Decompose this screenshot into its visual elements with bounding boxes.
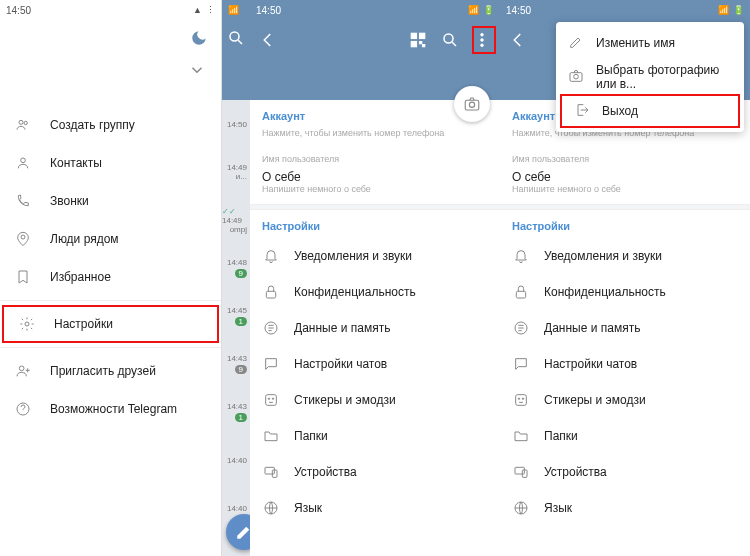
folder-icon	[262, 428, 280, 444]
svg-point-31	[574, 74, 579, 79]
bell-icon	[262, 248, 280, 264]
chevron-down-icon[interactable]	[187, 60, 207, 80]
setting-stickers[interactable]: Стикеры и эмодзи	[500, 382, 750, 418]
svg-point-4	[25, 322, 29, 326]
chat-icon	[512, 356, 530, 372]
compose-fab[interactable]	[226, 514, 250, 550]
drawer-label: Настройки	[54, 317, 113, 331]
drawer-settings[interactable]: Настройки	[2, 305, 219, 343]
svg-rect-32	[516, 291, 525, 298]
status-bar-bg: 📶	[222, 0, 250, 20]
drawer-label: Контакты	[50, 156, 102, 170]
svg-rect-8	[411, 33, 416, 38]
people-nearby-icon	[14, 231, 32, 247]
bookmark-icon	[14, 269, 32, 285]
drawer-label: Создать группу	[50, 118, 135, 132]
setting-data[interactable]: Данные и память	[250, 310, 500, 346]
drawer-saved[interactable]: Избранное	[0, 258, 221, 296]
svg-point-35	[518, 398, 519, 399]
svg-rect-9	[420, 33, 425, 38]
drawer-invite[interactable]: Пригласить друзей	[0, 352, 221, 390]
svg-rect-22	[265, 467, 274, 474]
status-time: 14:50	[6, 5, 31, 16]
setting-folders[interactable]: Папки	[250, 418, 500, 454]
svg-point-20	[268, 398, 269, 399]
setting-notifications[interactable]: Уведомления и звуки	[500, 238, 750, 274]
svg-point-16	[469, 102, 474, 107]
username-label[interactable]: Имя пользователя	[500, 148, 750, 166]
qr-icon[interactable]	[408, 30, 428, 50]
svg-point-0	[19, 120, 23, 124]
about-label[interactable]: О себе	[250, 166, 500, 184]
night-mode-icon[interactable]	[189, 28, 209, 48]
user-icon	[14, 155, 32, 171]
drawer-label: Пригласить друзей	[50, 364, 156, 378]
svg-point-36	[522, 398, 523, 399]
data-icon	[512, 320, 530, 336]
status-bar: 14:50 ▲⋮	[0, 0, 221, 20]
group-icon	[14, 117, 32, 133]
setting-devices[interactable]: Устройства	[250, 454, 500, 490]
device-icon	[262, 464, 280, 480]
highlight-box	[472, 26, 496, 54]
phone-hint[interactable]: Нажмите, чтобы изменить номер телефона	[250, 128, 500, 148]
edit-icon	[568, 34, 584, 53]
setting-stickers[interactable]: Стикеры и эмодзи	[250, 382, 500, 418]
lock-icon	[512, 284, 530, 300]
setting-privacy[interactable]: Конфиденциальность	[500, 274, 750, 310]
svg-rect-37	[515, 467, 524, 474]
setting-language[interactable]: Язык	[500, 490, 750, 526]
drawer-create-group[interactable]: Создать группу	[0, 106, 221, 144]
camera-fab[interactable]	[454, 86, 490, 122]
chat-icon	[262, 356, 280, 372]
menu-choose-photo[interactable]: Выбрать фотографию или в...	[556, 60, 744, 94]
svg-rect-19	[266, 395, 277, 406]
drawer-nearby[interactable]: Люди рядом	[0, 220, 221, 258]
setting-privacy[interactable]: Конфиденциальность	[250, 274, 500, 310]
username-label[interactable]: Имя пользователя	[250, 148, 500, 166]
drawer-features[interactable]: Возможности Telegram	[0, 390, 221, 428]
back-icon[interactable]	[258, 30, 278, 50]
globe-icon	[512, 500, 530, 516]
drawer-contacts[interactable]: Контакты	[0, 144, 221, 182]
setting-data[interactable]: Данные и память	[500, 310, 750, 346]
camera-icon	[568, 68, 584, 87]
device-icon	[512, 464, 530, 480]
status-time: 14:50	[506, 5, 531, 16]
drawer-label: Люди рядом	[50, 232, 119, 246]
settings-section-title: Настройки	[500, 210, 750, 238]
menu-logout[interactable]: Выход	[560, 94, 740, 128]
drawer-calls[interactable]: Звонки	[0, 182, 221, 220]
setting-chats[interactable]: Настройки чатов	[250, 346, 500, 382]
svg-point-11	[444, 34, 453, 43]
drawer-label: Возможности Telegram	[50, 402, 177, 416]
svg-point-21	[272, 398, 273, 399]
status-bar: 14:50 📶🔋	[500, 0, 750, 20]
setting-language[interactable]: Язык	[250, 490, 500, 526]
menu-change-name[interactable]: Изменить имя	[556, 26, 744, 60]
search-icon[interactable]	[440, 30, 460, 50]
setting-devices[interactable]: Устройства	[500, 454, 750, 490]
data-icon	[262, 320, 280, 336]
svg-point-7	[230, 32, 239, 41]
lock-icon	[262, 284, 280, 300]
back-icon[interactable]	[508, 30, 528, 50]
bell-icon	[512, 248, 530, 264]
svg-point-1	[24, 121, 27, 124]
svg-rect-17	[266, 291, 275, 298]
drawer-label: Избранное	[50, 270, 111, 284]
add-user-icon	[14, 363, 32, 379]
setting-notifications[interactable]: Уведомления и звуки	[250, 238, 500, 274]
gear-icon	[18, 316, 36, 332]
svg-point-2	[21, 158, 26, 163]
setting-chats[interactable]: Настройки чатов	[500, 346, 750, 382]
about-hint: Напишите немного о себе	[250, 184, 500, 204]
search-icon[interactable]	[226, 28, 246, 48]
drawer-menu: Создать группу Контакты Звонки Люди рядо…	[0, 100, 221, 428]
setting-folders[interactable]: Папки	[500, 418, 750, 454]
svg-point-3	[21, 235, 25, 239]
svg-point-5	[19, 366, 24, 371]
about-label[interactable]: О себе	[500, 166, 750, 184]
settings-section-title: Настройки	[250, 210, 500, 238]
phone-icon	[14, 193, 32, 209]
